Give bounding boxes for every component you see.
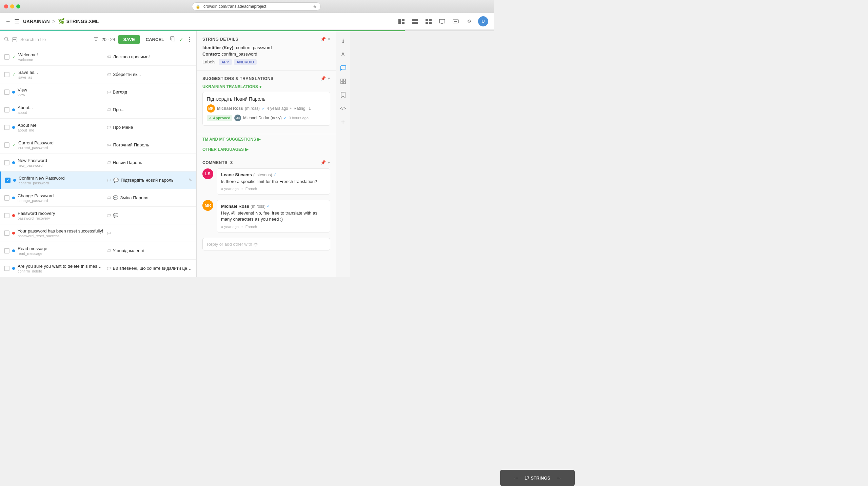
label-app: APP xyxy=(219,59,232,65)
string-key: Read message xyxy=(18,246,104,251)
table-row[interactable]: About Me about_me 🏷 Про Мене xyxy=(0,119,196,136)
maximize-button[interactable] xyxy=(16,4,20,8)
row-checkbox[interactable] xyxy=(4,54,9,60)
lang-toggle[interactable]: UKRAINIAN TRANSLATIONS ▾ xyxy=(202,84,261,89)
string-key: About... xyxy=(18,105,104,110)
tag-icon: 🏷 xyxy=(107,54,111,59)
topbar-right: ⚙ U xyxy=(397,16,488,26)
row-checkbox[interactable] xyxy=(4,195,9,201)
comment-icon[interactable]: 💬 xyxy=(113,178,119,183)
row-checkbox[interactable] xyxy=(4,213,9,218)
svg-rect-7 xyxy=(426,22,428,24)
svg-line-18 xyxy=(7,40,9,41)
table-row[interactable]: Are you sure you want to delete this mes… xyxy=(0,260,196,277)
url-input[interactable]: 🔒 crowdin.com/translate/acmeproject ★ xyxy=(192,2,321,11)
string-key: Current Password xyxy=(18,140,104,145)
table-row[interactable]: ✓ Confirm New Password confirm_password … xyxy=(0,171,196,189)
string-slug: save_as xyxy=(18,75,104,79)
table-row[interactable]: Your password has been reset successfull… xyxy=(0,224,196,242)
table-row[interactable]: New Password new_password 🏷 Новий Пароль xyxy=(0,154,196,171)
row-checkbox[interactable] xyxy=(4,125,9,130)
svg-rect-27 xyxy=(343,82,346,84)
chevron-down-icon[interactable]: ▾ xyxy=(328,160,330,165)
more-options-icon[interactable]: ⋮ xyxy=(187,36,192,43)
pin-icon[interactable]: 📌 xyxy=(320,37,326,42)
table-row[interactable]: Read message read_message 🏷 У повідомлен… xyxy=(0,242,196,260)
reply-input[interactable] xyxy=(207,242,326,247)
pin-icon[interactable]: 📌 xyxy=(320,76,326,81)
translation-area: 🏷 Ласкаво просимо! xyxy=(107,54,193,59)
copy-icon[interactable] xyxy=(170,36,176,43)
translation-area: 🏷 Про Мене xyxy=(106,125,193,130)
row-checkbox[interactable] xyxy=(4,230,9,236)
translate-icon[interactable]: A xyxy=(338,49,349,60)
table-row[interactable]: Change Password change_password 🏷 💬 Змін… xyxy=(0,189,196,207)
main-layout: 20 · 24 SAVE CANCEL ✓ ⋮ ✓ Welcome! welco… xyxy=(0,31,494,277)
comment-icon[interactable]: 💬 xyxy=(113,213,118,218)
edit-icon[interactable]: ✎ xyxy=(189,178,192,183)
table-row[interactable]: About... about 🏷 Про... xyxy=(0,101,196,119)
table-row[interactable]: Password recovery password_recovery 🏷 💬 xyxy=(0,207,196,224)
back-arrow-icon[interactable]: ← xyxy=(5,18,11,24)
string-slug: about xyxy=(18,110,104,115)
row-checkbox[interactable]: ✓ xyxy=(5,178,11,183)
collapse-icon[interactable] xyxy=(12,37,17,42)
comments-panel-icon[interactable] xyxy=(338,62,349,73)
chevron-down-icon[interactable]: ▾ xyxy=(328,37,330,42)
translation-text: Підтвердіть новий пароль xyxy=(121,178,186,183)
avatar[interactable]: U xyxy=(478,16,488,26)
string-list: ✓ Welcome! welcome 🏷 Ласкаво просимо! ✓ … xyxy=(0,48,196,277)
table-row[interactable]: View view 🏷 Вигляд xyxy=(0,83,196,101)
layout3-icon[interactable] xyxy=(424,17,433,26)
svg-rect-4 xyxy=(412,22,418,24)
approver-time: 3 hours ago xyxy=(289,116,309,120)
save-button[interactable]: SAVE xyxy=(118,35,139,44)
other-languages-toggle[interactable]: OTHER LANGUAGES ▶ xyxy=(197,144,336,155)
status-dot xyxy=(12,108,15,111)
settings-icon[interactable]: ⚙ xyxy=(465,17,474,26)
layout2-icon[interactable] xyxy=(410,17,420,26)
table-row[interactable]: ✓ Welcome! welcome 🏷 Ласкаво просимо! xyxy=(0,48,196,66)
cancel-button[interactable]: CANCEL xyxy=(143,35,167,44)
row-checkbox[interactable] xyxy=(4,266,9,271)
code-icon[interactable]: </> xyxy=(338,103,349,114)
row-checkbox[interactable] xyxy=(4,142,9,148)
row-checkbox[interactable] xyxy=(4,248,9,254)
filter-icon[interactable] xyxy=(94,37,98,42)
keyboard-icon[interactable] xyxy=(451,17,460,26)
tag-icon: 🏷 xyxy=(106,89,111,95)
table-row[interactable]: ✓ Current Password current_password 🏷 По… xyxy=(0,136,196,154)
layout1-icon[interactable] xyxy=(397,17,406,26)
bookmark-star-icon[interactable]: ★ xyxy=(313,4,317,9)
tm-mt-label: TM AND MT SUGGESTIONS xyxy=(202,137,256,142)
table-row[interactable]: ✓ Save as... save_as 🏷 Зберегти як... xyxy=(0,66,196,83)
translation-area: 🏷 Про... xyxy=(106,107,193,112)
rating-label: Rating: xyxy=(294,106,307,111)
tm-mt-toggle[interactable]: TM AND MT SUGGESTIONS ▶ xyxy=(197,134,336,144)
comment-icon[interactable]: 💬 xyxy=(113,195,118,200)
search-input[interactable] xyxy=(20,37,90,42)
right-panel: STRING DETAILS 📌 ▾ Identifier (Key): con… xyxy=(197,31,336,277)
chevron-down-icon[interactable]: ▾ xyxy=(328,76,330,81)
minimize-button[interactable] xyxy=(10,4,14,8)
grid-icon[interactable] xyxy=(338,76,349,87)
string-slug: read_message xyxy=(18,251,104,256)
svg-rect-25 xyxy=(343,79,346,81)
screen-icon[interactable] xyxy=(437,17,447,26)
approve-icon[interactable]: ✓ xyxy=(179,36,183,43)
row-checkbox[interactable] xyxy=(4,107,9,113)
close-button[interactable] xyxy=(4,4,8,8)
row-checkbox[interactable] xyxy=(4,72,9,77)
info-icon[interactable]: ℹ xyxy=(338,35,349,46)
row-checkbox[interactable] xyxy=(4,160,9,165)
string-info: Password recovery password_recovery xyxy=(18,211,104,220)
row-checkbox[interactable] xyxy=(4,89,9,95)
breadcrumb-separator: > xyxy=(53,19,55,24)
pin-icon[interactable]: 📌 xyxy=(320,160,326,165)
menu-icon[interactable]: ☰ xyxy=(14,18,20,25)
bookmark-panel-icon[interactable] xyxy=(338,89,349,100)
suggestions-actions: 📌 ▾ xyxy=(320,76,330,81)
topbar: ← ☰ UKRAINIAN > 🌿 STRINGS.XML ⚙ U xyxy=(0,13,494,30)
add-icon[interactable]: + xyxy=(338,117,349,127)
approver-verified-icon: ✓ xyxy=(284,116,287,120)
